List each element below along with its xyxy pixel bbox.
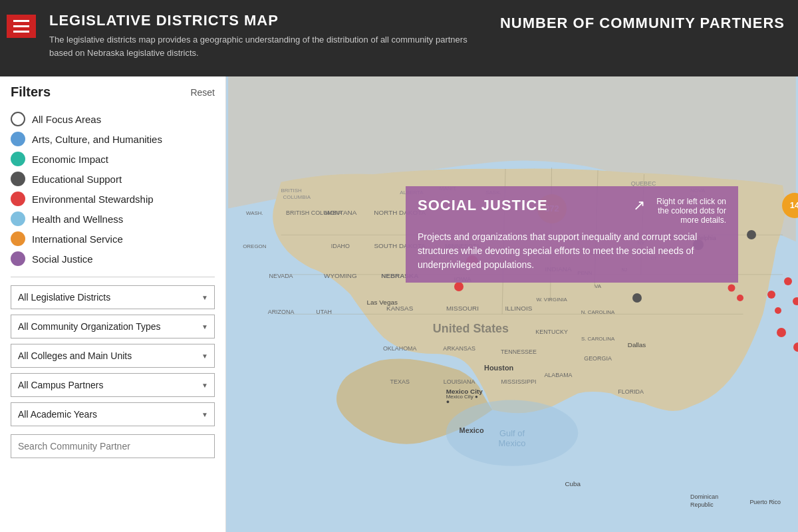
map-dot-se-red6[interactable] bbox=[775, 307, 781, 314]
map-dot-ms-red2[interactable] bbox=[737, 295, 743, 301]
focus-area-circle-international bbox=[11, 231, 25, 246]
focus-area-label-social: Social Justice bbox=[32, 253, 93, 265]
svg-text:N. CAROLINA: N. CAROLINA bbox=[581, 309, 615, 315]
focus-area-circle-environmental bbox=[11, 192, 25, 206]
focus-area-circle-educational bbox=[11, 172, 25, 186]
focus-area-item-social[interactable]: Social Justice bbox=[11, 249, 215, 269]
svg-text:UTAH: UTAH bbox=[316, 309, 332, 315]
map-dot-se-red2[interactable] bbox=[784, 277, 792, 285]
filter-dropdown-legislative[interactable]: All Legislative Districts bbox=[11, 285, 215, 309]
svg-text:WASH.: WASH. bbox=[246, 210, 263, 216]
svg-text:KANSAS: KANSAS bbox=[386, 305, 414, 312]
header-text: LEGISLATIVE DISTRICTS MAP The legislativ… bbox=[49, 12, 487, 59]
map-dot-fl-red2[interactable] bbox=[793, 342, 798, 352]
svg-text:Republic: Republic bbox=[690, 501, 714, 508]
svg-text:TENNESSEE: TENNESSEE bbox=[501, 348, 537, 355]
svg-text:Houston: Houston bbox=[484, 364, 513, 372]
map-dot-fl-red1[interactable] bbox=[777, 328, 786, 337]
svg-text:United States: United States bbox=[433, 322, 509, 335]
sidebar-header: Filters Reset bbox=[11, 84, 215, 100]
svg-text:OKLAHOMA: OKLAHOMA bbox=[383, 345, 417, 352]
map-dot-sc-gray[interactable] bbox=[632, 293, 642, 303]
focus-area-item-arts[interactable]: Arts, Culture, and Humanities bbox=[11, 129, 215, 149]
sidebar-divider bbox=[11, 277, 215, 277]
svg-text:Cuba: Cuba bbox=[565, 480, 581, 487]
map-dot-se-red5[interactable] bbox=[793, 297, 798, 305]
svg-text:GEORGIA: GEORGIA bbox=[584, 355, 612, 362]
dropdowns-container: All Legislative DistrictsAll Community O… bbox=[11, 285, 215, 426]
svg-text:ARIZONA: ARIZONA bbox=[268, 309, 295, 315]
focus-area-item-economic[interactable]: Economic Impact bbox=[11, 149, 215, 169]
svg-text:COLUMBIA: COLUMBIA bbox=[283, 194, 311, 200]
svg-text:BRITISH COLUMBIA: BRITISH COLUMBIA bbox=[286, 209, 342, 216]
focus-area-item-international[interactable]: International Service bbox=[11, 229, 215, 249]
sidebar: Filters Reset All Focus AreasArts, Cultu… bbox=[0, 76, 226, 532]
svg-text:Puerto Rico: Puerto Rico bbox=[749, 499, 781, 505]
svg-text:Mexico City ●: Mexico City ● bbox=[446, 394, 478, 400]
focus-area-circle-all bbox=[11, 112, 25, 126]
svg-text:Mexico: Mexico bbox=[460, 426, 484, 434]
filter-dropdown-org_types[interactable]: All Community Organization Types bbox=[11, 315, 215, 338]
svg-text:W. VIRGINIA: W. VIRGINIA bbox=[536, 297, 567, 303]
svg-text:KENTUCKY: KENTUCKY bbox=[535, 329, 568, 335]
svg-text:MISSISSIPPI: MISSISSIPPI bbox=[501, 378, 536, 385]
map-area: Gulf of Mexico MONTANA NORTH DAKOTA SOUT… bbox=[226, 76, 798, 532]
academic-years-select[interactable]: All Academic Years bbox=[11, 402, 215, 426]
svg-text:WYOMING: WYOMING bbox=[324, 272, 357, 279]
svg-text:ALABAMA: ALABAMA bbox=[544, 372, 572, 378]
popup-body: Projects and organizations that support … bbox=[418, 230, 726, 272]
focus-area-label-all: All Focus Areas bbox=[32, 114, 101, 125]
filter-dropdown-campus[interactable]: All Campus Partners bbox=[11, 373, 215, 397]
svg-text:BRITISH: BRITISH bbox=[281, 188, 303, 194]
focus-area-item-health[interactable]: Health and Wellness bbox=[11, 209, 215, 229]
svg-text:Dominican: Dominican bbox=[690, 493, 718, 500]
reset-link[interactable]: Reset bbox=[190, 87, 215, 98]
svg-text:ILLINOIS: ILLINOIS bbox=[505, 305, 533, 312]
page-description: The legislative districts map provides a… bbox=[49, 33, 487, 59]
focus-area-circle-arts bbox=[11, 132, 25, 146]
main-area: Filters Reset All Focus AreasArts, Cultu… bbox=[0, 76, 798, 532]
popup-hint-text: Right or left click on the colored dots … bbox=[650, 197, 726, 225]
social-justice-popup: SOCIAL JUSTICE ↗ Right or left click on … bbox=[406, 186, 738, 283]
focus-area-label-international: International Service bbox=[32, 233, 123, 245]
svg-text:LOUISIANA: LOUISIANA bbox=[444, 378, 475, 385]
campus-partners-select[interactable]: All Campus Partners bbox=[11, 373, 215, 397]
filters-title: Filters bbox=[11, 84, 51, 100]
focus-area-label-arts: Arts, Culture, and Humanities bbox=[32, 134, 162, 145]
map-dot-se-red1[interactable] bbox=[767, 291, 775, 299]
svg-text:Dallas: Dallas bbox=[628, 341, 646, 348]
svg-text:ARKANSAS: ARKANSAS bbox=[443, 345, 475, 352]
filter-dropdown-colleges[interactable]: All Colleges and Main Units bbox=[11, 344, 215, 368]
focus-area-item-environmental[interactable]: Environmental Stewardship bbox=[11, 189, 215, 209]
focus-area-circle-economic bbox=[11, 152, 25, 166]
filter-dropdown-academic[interactable]: All Academic Years bbox=[11, 402, 215, 426]
svg-text:NEVADA: NEVADA bbox=[269, 273, 293, 279]
focus-area-label-health: Health and Wellness bbox=[32, 213, 123, 225]
focus-area-label-educational: Educational Support bbox=[32, 174, 122, 185]
svg-text:Las Vegas: Las Vegas bbox=[367, 299, 398, 306]
cursor-icon: ↗ bbox=[633, 197, 645, 214]
legislative-districts-select[interactable]: All Legislative Districts bbox=[11, 285, 215, 309]
focus-area-label-environmental: Environmental Stewardship bbox=[32, 194, 154, 205]
org-types-select[interactable]: All Community Organization Types bbox=[11, 315, 215, 338]
focus-area-label-economic: Economic Impact bbox=[32, 154, 108, 165]
svg-text:S. CAROLINA: S. CAROLINA bbox=[581, 336, 615, 342]
popup-title: SOCIAL JUSTICE bbox=[418, 197, 548, 214]
page-header: LEGISLATIVE DISTRICTS MAP The legislativ… bbox=[0, 0, 798, 76]
popup-icon-hint: ↗ Right or left click on the colored dot… bbox=[633, 197, 726, 225]
svg-text:OREGON: OREGON bbox=[243, 243, 267, 249]
focus-area-circle-social bbox=[11, 251, 25, 266]
page-title: LEGISLATIVE DISTRICTS MAP bbox=[49, 12, 487, 29]
map-dot-west-red-dot[interactable] bbox=[454, 282, 464, 291]
search-input[interactable] bbox=[11, 434, 215, 458]
focus-area-item-educational[interactable]: Educational Support bbox=[11, 169, 215, 189]
map-dot-ms-red1[interactable] bbox=[728, 284, 735, 291]
map-dot-ohio-gray-dot[interactable] bbox=[747, 230, 756, 239]
focus-areas-list: All Focus AreasArts, Culture, and Humani… bbox=[11, 109, 215, 269]
svg-text:VA: VA bbox=[595, 283, 602, 289]
svg-text:MISSOURI: MISSOURI bbox=[446, 305, 479, 312]
menu-button[interactable] bbox=[7, 15, 36, 38]
colleges-select[interactable]: All Colleges and Main Units bbox=[11, 344, 215, 368]
header-right-title: NUMBER OF COMMUNITY PARTNERS bbox=[500, 12, 785, 32]
focus-area-item-all[interactable]: All Focus Areas bbox=[11, 109, 215, 129]
